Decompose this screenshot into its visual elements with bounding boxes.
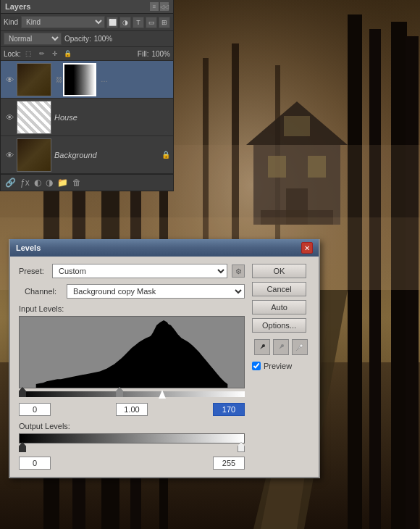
svg-rect-13	[348, 14, 362, 529]
black-point-handle[interactable]	[19, 387, 26, 397]
white-input-field[interactable]	[213, 403, 245, 416]
delete-layer-icon[interactable]: 🗑	[72, 178, 81, 188]
svg-marker-18	[246, 101, 348, 145]
preview-label: Preview	[264, 362, 292, 370]
adjustment-layer-icon[interactable]: ◑	[46, 178, 53, 188]
shape-filter-icon[interactable]: ▭	[146, 17, 157, 28]
white-eyedropper-button[interactable]	[292, 339, 308, 355]
panel-menu-button[interactable]: ≡	[150, 2, 159, 11]
auto-button[interactable]: Auto	[252, 300, 306, 315]
output-black-field[interactable]	[19, 457, 51, 470]
layer-visibility-eye-house[interactable]: 👁	[4, 112, 15, 123]
preset-label: Preset:	[19, 267, 48, 275]
layer-mask-thumbnail	[63, 63, 96, 96]
preview-row: Preview	[252, 362, 310, 370]
svg-rect-14	[369, 29, 381, 529]
channel-label: Channel:	[25, 287, 62, 296]
opacity-value: 100%	[94, 35, 113, 43]
layer-thumbnail-bg	[17, 138, 51, 172]
svg-rect-22	[284, 116, 310, 136]
preset-gear-icon[interactable]: ⚙	[232, 264, 245, 278]
eyedropper-row	[252, 339, 310, 355]
black-eyedropper-button[interactable]	[254, 339, 270, 355]
panel-close-button[interactable]: ◁◁	[160, 2, 169, 11]
input-values-row	[19, 403, 245, 416]
input-levels-label: Input Levels:	[19, 304, 245, 313]
midtone-input-field[interactable]	[116, 403, 148, 416]
layers-kind-toolbar: Kind Kind ⬜ ◑ T ▭ ⊞	[1, 14, 173, 31]
lock-label: Lock:	[4, 50, 21, 58]
dialog-right-panel: OK Cancel Auto Options...	[252, 264, 310, 470]
lock-transparent-icon[interactable]: ⬚	[24, 49, 34, 59]
input-slider-area	[19, 388, 245, 400]
dialog-close-button[interactable]: ✕	[301, 242, 313, 254]
layer-visibility-eye-bg[interactable]: 👁	[4, 149, 15, 161]
svg-rect-20	[308, 156, 326, 178]
pixel-filter-icon[interactable]: ⬜	[106, 17, 118, 28]
dialog-left-panel: Preset: Custom Default ⚙ Channel: Backgr…	[19, 264, 245, 470]
lock-brush-icon[interactable]: ✏	[37, 49, 47, 59]
blend-opacity-row: Normal Opacity: 100%	[1, 31, 173, 47]
cancel-button[interactable]: Cancel	[252, 282, 306, 296]
fill-value: 100%	[151, 50, 170, 58]
layers-header: Layers ≡ ◁◁	[1, 0, 173, 14]
layer-name-house: House	[54, 113, 170, 122]
layer-visibility-eye[interactable]: 👁	[4, 74, 15, 86]
histogram-svg	[20, 317, 244, 388]
options-button[interactable]: Options...	[252, 318, 306, 333]
svg-point-29	[281, 344, 284, 347]
svg-point-30	[300, 344, 303, 347]
layer-chain-icon[interactable]: ⛓	[54, 75, 63, 84]
input-gradient-bar	[19, 391, 245, 397]
layer-row-background[interactable]: 👁 Background 🔒	[1, 136, 173, 174]
lock-all-icon[interactable]: 🔒	[63, 49, 73, 59]
kind-select[interactable]: Kind	[21, 16, 105, 28]
preset-select[interactable]: Custom Default	[52, 264, 227, 278]
histogram-container	[19, 316, 245, 388]
svg-rect-16	[406, 36, 419, 529]
output-white-field[interactable]	[213, 457, 245, 470]
layer-lock-indicator: 🔒	[161, 151, 170, 159]
layers-title: Layers	[5, 2, 30, 11]
preset-row: Preset: Custom Default ⚙	[19, 264, 245, 278]
svg-rect-23	[261, 210, 333, 225]
layer-options-icon[interactable]: …	[101, 75, 108, 83]
smart-filter-icon[interactable]: ⊞	[159, 17, 170, 28]
link-layers-icon[interactable]: 🔗	[5, 178, 16, 188]
layer-thumbnail-forest	[17, 63, 51, 96]
fill-label: Fill:	[138, 50, 149, 58]
gray-eyedropper-button[interactable]	[273, 339, 289, 355]
kind-label: Kind	[4, 18, 18, 26]
dialog-body: Preset: Custom Default ⚙ Channel: Backgr…	[10, 257, 319, 477]
ok-button[interactable]: OK	[252, 264, 306, 278]
layers-panel: Layers ≡ ◁◁ Kind Kind ⬜ ◑ T ▭ ⊞ Normal O…	[0, 0, 174, 191]
blend-mode-select[interactable]: Normal	[4, 33, 62, 45]
layers-bottom-bar: 🔗 ƒx ◐ ◑ 📁 🗑	[1, 174, 173, 191]
layer-name-bg: Background	[54, 151, 160, 159]
dialog-title: Levels	[16, 243, 41, 252]
output-gradient-bar	[19, 433, 245, 443]
svg-rect-19	[268, 156, 286, 178]
white-point-handle[interactable]	[159, 390, 166, 399]
midpoint-handle[interactable]	[116, 387, 123, 397]
output-slider-area	[19, 443, 245, 454]
type-filter-icon[interactable]: T	[133, 17, 144, 28]
layer-thumbnail-house	[17, 101, 51, 134]
dialog-titlebar: Levels ✕	[10, 239, 319, 257]
svg-rect-15	[391, 22, 407, 529]
black-input-field[interactable]	[19, 403, 51, 416]
output-levels-label: Output Levels:	[19, 422, 245, 430]
layer-row-house[interactable]: 👁 House	[1, 99, 173, 136]
preview-checkbox[interactable]	[252, 362, 261, 370]
layer-row-background-copy[interactable]: 👁 ⛓ …	[1, 61, 173, 99]
layer-mask-icon[interactable]: ◐	[34, 178, 41, 188]
group-layers-icon[interactable]: 📁	[57, 178, 68, 188]
adjustment-filter-icon[interactable]: ◑	[119, 17, 131, 28]
opacity-label: Opacity:	[64, 35, 91, 43]
lock-move-icon[interactable]: ✛	[50, 49, 60, 59]
layer-effects-icon[interactable]: ƒx	[20, 178, 30, 188]
layers-header-buttons: ≡ ◁◁	[150, 2, 169, 11]
svg-rect-17	[253, 145, 340, 225]
levels-dialog: Levels ✕ Preset: Custom Default ⚙ Channe…	[9, 239, 320, 478]
channel-select[interactable]: Background copy Mask RGB Red Green Blue	[67, 284, 245, 299]
